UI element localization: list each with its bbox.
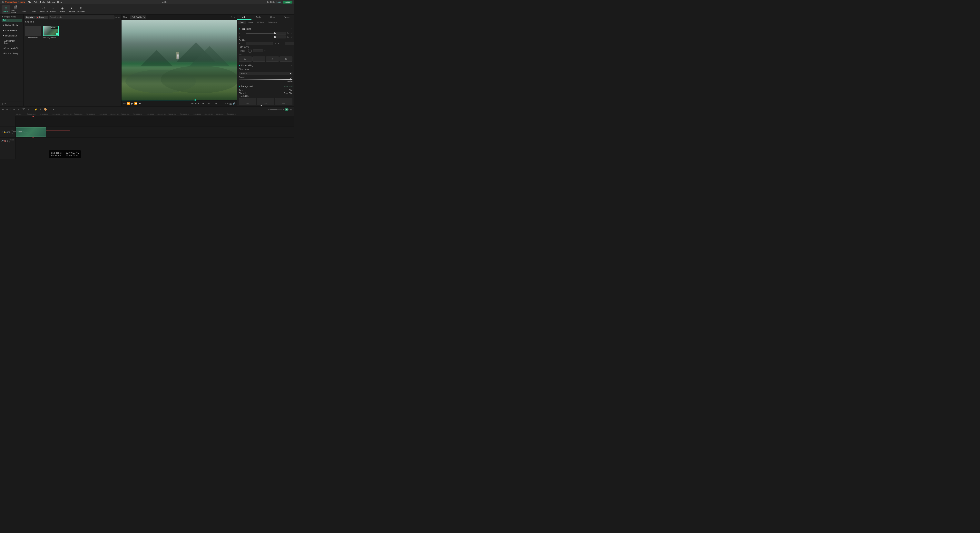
video-media-item[interactable]: 00:00:11 ✓ 463077_vietnam_ha... xyxy=(43,26,59,39)
compositing-header[interactable]: ● Compositing ⋮ xyxy=(239,63,293,67)
background-header[interactable]: ● Background ? Apply to All xyxy=(239,84,293,88)
blur-thumb-66[interactable]: 66% xyxy=(275,98,293,105)
effect-button[interactable]: ✦ xyxy=(52,108,56,111)
tab-video[interactable]: Video xyxy=(237,14,251,20)
path-curve-expand-icon[interactable]: › xyxy=(292,46,293,48)
blur-level-thumb[interactable] xyxy=(260,105,262,107)
scale-x-reset-icon[interactable]: ↺ xyxy=(291,32,293,34)
blend-mode-select[interactable]: Normal xyxy=(239,72,293,75)
sidebar-item-folder[interactable]: Folder xyxy=(2,19,22,22)
blur-thumb-0[interactable]: 0% xyxy=(239,98,256,105)
grid-view-icon[interactable]: ⊞ xyxy=(2,102,3,105)
opacity-thumb[interactable] xyxy=(290,78,292,80)
pos-y-input[interactable]: 0.00 xyxy=(285,42,294,45)
cut-button[interactable]: ✂ xyxy=(12,108,16,111)
import-media-item[interactable]: + Import Media xyxy=(25,26,41,39)
video-media-box[interactable]: 00:00:11 ✓ xyxy=(43,26,59,36)
scale-x-thumb[interactable] xyxy=(274,32,276,34)
sidebar-item-influence-kit[interactable]: ▶ Influence Kit xyxy=(1,33,22,38)
toolbar-titles[interactable]: T Titles xyxy=(30,5,38,14)
import-button[interactable]: Import ▾ xyxy=(25,16,35,19)
video-track-lane[interactable]: 463077_vietna... ← xyxy=(16,127,294,137)
rotate-dial[interactable]: ○ xyxy=(248,49,252,53)
speed-button[interactable]: ⚡ xyxy=(33,108,38,111)
toolbar-audio[interactable]: ♪ Audio xyxy=(21,5,29,14)
redo-button[interactable]: ↪ xyxy=(5,108,9,111)
compositing-expand-icon[interactable]: ⋮ xyxy=(291,64,293,67)
snapshot-icon[interactable]: 📷 xyxy=(229,102,232,105)
sidebar-item-cloud-media[interactable]: ▶ Cloud Media xyxy=(1,28,22,33)
track-settings-icon[interactable]: ⚙ xyxy=(9,131,11,133)
sidebar-item-adjustment-layer[interactable]: • Adjustment Layer xyxy=(1,38,22,46)
apply-to-all-button[interactable]: Apply to All xyxy=(283,85,293,87)
scale-x-slider[interactable] xyxy=(246,33,275,34)
quality-select[interactable]: Full Quality xyxy=(130,16,146,19)
settings-button[interactable]: ⊟ xyxy=(289,108,293,111)
volume-icon[interactable]: 🔊 xyxy=(233,102,235,105)
login-button[interactable]: Login xyxy=(277,1,281,3)
playhead[interactable] xyxy=(33,116,33,126)
filter-icon[interactable]: ⧉ xyxy=(115,16,117,19)
zoom-slider[interactable] xyxy=(270,109,282,110)
sidebar-item-photos-library[interactable]: • Photos Library xyxy=(1,51,22,56)
menu-tools[interactable]: Tools xyxy=(40,1,45,3)
progress-thumb[interactable] xyxy=(194,99,196,101)
transform-toggle[interactable]: ● xyxy=(239,27,240,30)
track-speaker-icon[interactable]: 🔊 xyxy=(6,131,9,133)
search-input[interactable] xyxy=(49,16,115,19)
tab-color[interactable]: Color xyxy=(266,14,280,20)
toolbar-transitions[interactable]: ⇄ Transitions xyxy=(39,5,48,14)
audio-mic-icon[interactable]: 🎤 xyxy=(1,140,3,142)
rotate-input[interactable]: 0.00° xyxy=(253,49,263,53)
blur-thumb-33[interactable]: 33% xyxy=(257,98,274,105)
export-button[interactable]: Export xyxy=(283,1,293,3)
background-info-icon[interactable]: ? xyxy=(253,85,255,88)
opacity-slider[interactable] xyxy=(239,79,293,80)
subtab-basic[interactable]: Basic xyxy=(238,21,246,24)
transform-header[interactable]: ● Transform ⋮ xyxy=(239,27,293,31)
audio-mute-icon[interactable]: 🔇 xyxy=(4,140,6,142)
preview-shrink-icon[interactable]: ⧉ xyxy=(231,16,232,19)
go-end-button[interactable]: ⏹ xyxy=(138,102,141,105)
audio-track-lane[interactable] xyxy=(16,137,294,144)
project-media-section[interactable]: ▼ Project Media xyxy=(0,14,23,18)
freeze-button[interactable]: ❄ xyxy=(39,108,42,111)
transform-expand-icon[interactable]: ⋮ xyxy=(291,28,293,30)
preview-expand-icon[interactable]: ⤢ xyxy=(234,16,235,19)
track-eye-icon[interactable]: 👁 xyxy=(1,131,3,133)
sidebar-item-global-media[interactable]: ▶ Global Media xyxy=(1,22,22,27)
delete-button[interactable]: ⌫ xyxy=(21,108,26,111)
toolbar-effects[interactable]: ✦ Effects xyxy=(49,5,57,14)
subtab-mask[interactable]: Mask xyxy=(247,21,255,24)
overwrite-icon[interactable]: ⊕ xyxy=(227,102,229,105)
rotate-reset-icon[interactable]: ↺ xyxy=(264,50,266,52)
scale-y-slider[interactable] xyxy=(246,37,275,37)
scale-y-input[interactable]: 100.00 xyxy=(276,35,286,38)
toolbar-media[interactable]: ⊞ Media xyxy=(2,5,10,14)
step-back-button[interactable]: ⏪ xyxy=(127,102,130,105)
toolbar-filters[interactable]: ◈ Filters xyxy=(58,5,67,14)
mark-out-icon[interactable]: ⌄ xyxy=(223,102,224,105)
zoom-in-icon[interactable]: + xyxy=(283,108,284,111)
track-lock-icon[interactable]: 🔒 xyxy=(3,131,6,133)
background-toggle[interactable]: ● xyxy=(239,85,240,88)
pos-x-input[interactable]: 0.00 xyxy=(246,42,273,45)
zoom-out-icon[interactable]: − xyxy=(268,108,269,111)
crop-button[interactable]: ⊡ xyxy=(27,108,30,111)
flip-cw-button[interactable]: ↻ xyxy=(280,56,293,62)
sidebar-item-compound-clip[interactable]: • Compound Clip xyxy=(1,46,22,51)
undo-button[interactable]: ↩ xyxy=(1,108,5,111)
flip-h-button[interactable]: ⇆ xyxy=(239,56,252,62)
tab-speed[interactable]: Speed xyxy=(280,14,294,20)
blur-level-slider[interactable] xyxy=(239,106,293,106)
audio-button[interactable]: ♪ xyxy=(48,108,51,111)
audio-settings-icon[interactable]: ⚙ xyxy=(7,140,8,142)
record-button[interactable]: Record ▾ xyxy=(35,16,48,19)
color-match-button[interactable]: 🎨 xyxy=(43,108,48,111)
menu-file[interactable]: File xyxy=(28,1,32,3)
toolbar-templates[interactable]: ⊟ Templates xyxy=(77,5,86,14)
video-clip[interactable]: 463077_vietna... xyxy=(16,127,46,137)
preview-progress-bar[interactable] xyxy=(121,100,237,101)
opacity-reset-icon[interactable]: ↺ xyxy=(291,76,293,78)
more-icon[interactable]: ••• xyxy=(118,16,120,19)
